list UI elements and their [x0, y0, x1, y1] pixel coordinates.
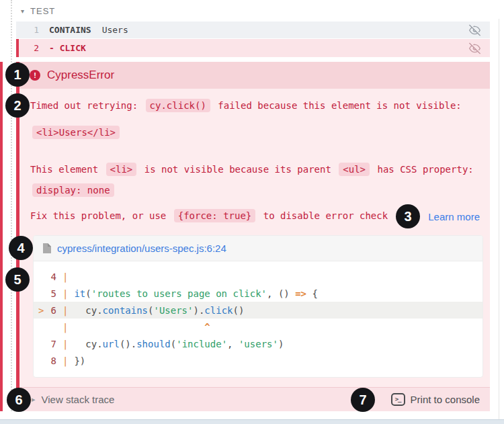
error-message-line-2: This element <li> is not visible because… — [30, 159, 474, 201]
file-icon — [43, 243, 51, 253]
annotation-3: 3 — [396, 204, 420, 228]
code-frame-header: cypress/integration/users-spec.js:6:24 — [34, 236, 482, 261]
gutter-pipe: | — [62, 271, 68, 282]
inline-code-pill: cy.click() — [146, 99, 210, 112]
command-message: Users — [102, 25, 128, 35]
error-text: Timed out retrying: — [30, 100, 144, 111]
code-line: 8|}) — [34, 352, 482, 369]
annotation-4: 4 — [9, 236, 33, 260]
error-title: CypressError — [47, 69, 114, 82]
eye-off-icon — [469, 24, 480, 36]
code-text: it('routes to users page on click', () =… — [74, 288, 317, 299]
command-number: 2 — [31, 43, 39, 53]
code-line: 5|it('routes to users page on click', ()… — [34, 285, 482, 302]
inline-code-pill: <li> — [106, 163, 137, 176]
inline-code-pill: display: none — [32, 183, 114, 197]
command-row-click-failed[interactable]: 2 - CLICK — [16, 39, 490, 57]
error-element-snippet: <li>Users</li> — [30, 127, 122, 138]
command-number: 1 — [31, 25, 39, 35]
command-method: - CLICK — [49, 43, 86, 53]
error-text: has CSS property: — [372, 164, 474, 175]
gutter-pipe: | — [62, 355, 68, 366]
inline-code-pill: <li>Users</li> — [32, 126, 120, 139]
line-number: 5 — [44, 288, 56, 299]
eye-off-icon — [469, 42, 480, 54]
gutter-pipe: | — [62, 322, 68, 333]
annotation-7: 7 — [351, 388, 375, 412]
print-to-console-button[interactable]: >_ Print to console — [391, 393, 480, 406]
code-line: >6| cy.contains('Users').click() — [34, 302, 482, 319]
error-message-line-1: Timed out retrying: cy.click() failed be… — [30, 100, 462, 111]
error-message-line-3: Fix this problem, or use {force: true} t… — [30, 210, 388, 221]
terminal-icon: >_ — [391, 393, 405, 406]
code-line: 7| cy.url().should('include', 'users') — [34, 335, 482, 352]
error-header[interactable]: ! CypressError — [19, 62, 490, 89]
code-text: ^ — [74, 322, 210, 333]
command-row-contains[interactable]: 1 CONTAINS Users — [16, 22, 490, 38]
panel-right-edge — [499, 19, 499, 420]
line-number: 6 — [44, 305, 56, 316]
cypress-reporter-panel: ▾ TEST 1 CONTAINS Users 2 - CLICK ! Cypr… — [0, 0, 504, 424]
error-region: ! CypressError Timed out retrying: cy.cl… — [16, 62, 490, 411]
code-lines: 4|5|it('routes to users page on click', … — [34, 261, 482, 369]
annotation-2: 2 — [5, 93, 30, 118]
view-stack-trace-label: View stack trace — [42, 394, 115, 405]
inline-code-pill: <ul> — [339, 163, 370, 176]
line-number: 4 — [44, 271, 56, 282]
gutter-pipe: | — [62, 339, 68, 349]
print-to-console-label: Print to console — [411, 394, 480, 405]
suite-title: TEST — [30, 6, 55, 16]
gutter-pipe: | — [62, 305, 68, 316]
failed-line-chevron-icon: > — [34, 305, 44, 316]
collapse-caret-icon: ▾ — [21, 8, 24, 15]
annotation-6: 6 — [7, 388, 31, 412]
line-number: 8 — [44, 355, 56, 366]
code-text: }) — [74, 355, 85, 366]
caret-right-icon: ▸ — [32, 395, 36, 404]
view-stack-trace-toggle[interactable]: ▸ View stack trace — [32, 394, 114, 405]
line-number: 7 — [44, 339, 56, 349]
indent-guide-line — [11, 0, 12, 411]
code-text: cy.contains('Users').click() — [74, 305, 244, 316]
annotation-5: 5 — [5, 267, 30, 292]
error-text: Fix this problem, or use — [30, 210, 172, 221]
error-text: failed because this element is not visib… — [212, 100, 462, 111]
bottom-panel-edge — [0, 419, 504, 424]
inline-code-pill: {force: true} — [174, 209, 256, 222]
code-line: | ^ — [34, 319, 482, 335]
suite-header[interactable]: ▾ TEST — [21, 6, 55, 16]
code-text: cy.url().should('include', 'users') — [74, 339, 284, 349]
error-text: is not visible because its parent — [138, 164, 337, 175]
command-method: CONTAINS — [49, 25, 91, 35]
code-frame: cypress/integration/users-spec.js:6:24 4… — [33, 235, 483, 378]
annotation-1: 1 — [5, 62, 30, 87]
code-line: 4| — [34, 268, 482, 285]
error-text: to disable error check — [257, 210, 388, 221]
error-text: This element — [30, 164, 104, 175]
learn-more-link[interactable]: Learn more — [428, 211, 480, 222]
gutter-pipe: | — [62, 288, 68, 299]
error-bang-icon: ! — [30, 70, 40, 81]
spec-file-link[interactable]: cypress/integration/users-spec.js:6:24 — [57, 243, 226, 254]
error-body: Timed out retrying: cy.click() failed be… — [19, 89, 490, 387]
failed-test-left-bar — [0, 62, 3, 411]
error-footer: ▸ View stack trace >_ Print to console — [19, 387, 490, 411]
